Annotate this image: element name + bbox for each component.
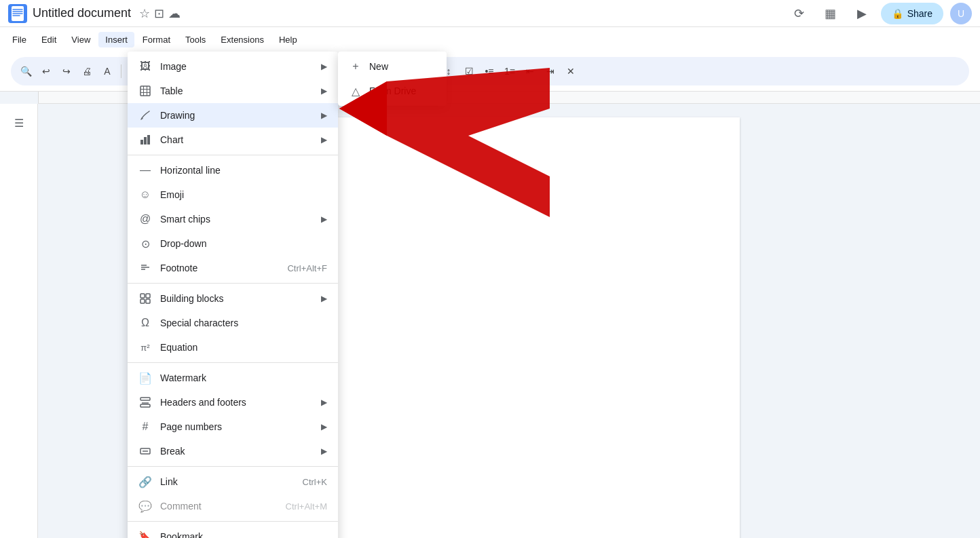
- headersfooters-menu-label: Headers and footers: [160, 397, 246, 408]
- divider-1: [128, 155, 338, 155]
- meet-button[interactable]: ▶: [850, 1, 874, 26]
- undo-btn[interactable]: ↩: [37, 62, 56, 81]
- menu-edit[interactable]: Edit: [35, 32, 63, 47]
- indent-less-btn[interactable]: ⇤: [521, 62, 540, 81]
- menu-insert[interactable]: Insert: [98, 32, 134, 47]
- title-action-icons: ☆ ⊡ ☁: [139, 6, 181, 21]
- folder-icon[interactable]: ⊡: [154, 6, 164, 21]
- emoji-menu-icon: ☺: [138, 188, 152, 201]
- menu-file[interactable]: File: [5, 32, 33, 47]
- comment-menu-icon: 💬: [138, 499, 152, 513]
- menu-view[interactable]: View: [64, 32, 97, 47]
- checklist-btn[interactable]: ☑: [459, 62, 478, 81]
- svg-rect-15: [140, 299, 145, 303]
- headersfooters-arrow-icon: ▶: [321, 398, 327, 407]
- pagenumbers-menu-icon: #: [138, 420, 152, 434]
- menu-tools[interactable]: Tools: [178, 32, 212, 47]
- redo-btn[interactable]: ↪: [57, 62, 76, 81]
- smartchips-menu-icon: @: [138, 212, 152, 226]
- insert-link-item[interactable]: 🔗 Link Ctrl+K: [128, 469, 338, 494]
- footnote-shortcut: Ctrl+Alt+F: [287, 263, 327, 273]
- table-menu-icon: [138, 84, 152, 98]
- drawing-fromdrive-label: From Drive: [369, 85, 416, 96]
- headersfooters-menu-icon: [138, 396, 152, 409]
- emoji-menu-label: Emoji: [160, 189, 184, 200]
- insert-break-item[interactable]: Break ▶: [128, 439, 338, 463]
- equation-menu-label: Equation: [160, 342, 197, 353]
- menu-extensions[interactable]: Extensions: [214, 32, 271, 47]
- print-btn[interactable]: 🖨: [77, 62, 96, 81]
- insert-menu-dropdown: 🖼 Image ▶ Table ▶ Drawing ▶ Chart: [128, 52, 338, 538]
- drawing-menu-icon: [138, 109, 152, 122]
- drawing-new-icon: +: [349, 60, 362, 73]
- watermark-menu-label: Watermark: [160, 372, 206, 383]
- insert-table-item[interactable]: Table ▶: [128, 79, 338, 103]
- link-shortcut: Ctrl+K: [303, 477, 327, 487]
- svg-rect-13: [140, 294, 145, 298]
- chart-arrow-icon: ▶: [321, 135, 327, 145]
- smartchips-arrow-icon: ▶: [321, 214, 327, 224]
- svg-rect-16: [146, 299, 150, 303]
- image-arrow-icon: ▶: [321, 62, 327, 71]
- table-menu-label: Table: [160, 85, 183, 96]
- menu-help[interactable]: Help: [272, 32, 304, 47]
- insert-bookmark-item[interactable]: 🔖 Bookmark: [128, 524, 338, 538]
- image-menu-label: Image: [160, 61, 187, 72]
- chat-button[interactable]: ▦: [818, 1, 843, 26]
- share-label: Share: [907, 8, 932, 19]
- hline-menu-icon: —: [138, 164, 152, 177]
- document-page: [278, 117, 740, 538]
- share-button[interactable]: 🔒 Share: [881, 3, 943, 24]
- specialchars-menu-label: Special characters: [160, 318, 238, 328]
- menu-format[interactable]: Format: [136, 32, 177, 47]
- insert-equation-item[interactable]: π² Equation: [128, 335, 338, 360]
- cloud-icon[interactable]: ☁: [168, 6, 181, 21]
- drawing-fromdrive-item[interactable]: △ From Drive: [338, 79, 447, 103]
- insert-emoji-item[interactable]: ☺ Emoji: [128, 182, 338, 207]
- outline-icon[interactable]: ☰: [8, 112, 30, 134]
- indent-more-btn[interactable]: ⇥: [541, 62, 560, 81]
- insert-footnote-item[interactable]: Footnote Ctrl+Alt+F: [128, 256, 338, 280]
- divider-3: [128, 362, 338, 363]
- dropdown-menu-icon: ⊙: [138, 237, 152, 250]
- insert-smartchips-item[interactable]: @ Smart chips ▶: [128, 207, 338, 231]
- star-icon[interactable]: ☆: [139, 6, 150, 21]
- svg-rect-7: [140, 140, 143, 145]
- search-toolbar-btn[interactable]: 🔍: [16, 62, 35, 81]
- sidebar: ☰: [0, 104, 38, 538]
- bullet-list-btn[interactable]: •≡: [480, 62, 499, 81]
- drawing-menu-label: Drawing: [160, 110, 195, 121]
- lock-icon: 🔒: [892, 8, 903, 19]
- insert-comment-item[interactable]: 💬 Comment Ctrl+Alt+M: [128, 494, 338, 518]
- user-avatar[interactable]: U: [950, 3, 972, 24]
- insert-headersfooters-item[interactable]: Headers and footers ▶: [128, 390, 338, 415]
- insert-image-item[interactable]: 🖼 Image ▶: [128, 54, 338, 79]
- insert-dropdown-item[interactable]: ⊙ Drop-down: [128, 231, 338, 256]
- break-menu-label: Break: [160, 446, 185, 457]
- divider-2: [128, 283, 338, 284]
- drawing-new-item[interactable]: + New: [338, 54, 447, 79]
- chart-menu-icon: [138, 133, 152, 147]
- insert-buildingblocks-item[interactable]: Building blocks ▶: [128, 286, 338, 311]
- insert-drawing-item[interactable]: Drawing ▶: [128, 103, 338, 128]
- doc-app-icon: [8, 4, 27, 23]
- link-menu-label: Link: [160, 476, 178, 487]
- svg-rect-2: [140, 86, 150, 96]
- svg-rect-8: [144, 137, 147, 145]
- insert-chart-item[interactable]: Chart ▶: [128, 128, 338, 152]
- specialchars-menu-icon: Ω: [138, 316, 152, 330]
- svg-rect-17: [140, 398, 150, 400]
- comment-shortcut: Ctrl+Alt+M: [286, 501, 327, 512]
- insert-watermark-item[interactable]: 📄 Watermark: [128, 366, 338, 390]
- footnote-menu-icon: [138, 261, 152, 275]
- insert-specialchars-item[interactable]: Ω Special characters: [128, 311, 338, 335]
- spell-check-btn[interactable]: A: [98, 62, 117, 81]
- insert-hline-item[interactable]: — Horizontal line: [128, 158, 338, 182]
- insert-pagenumbers-item[interactable]: # Page numbers ▶: [128, 415, 338, 439]
- history-button[interactable]: ⟳: [787, 1, 812, 26]
- numbered-list-btn[interactable]: 1≡: [500, 62, 519, 81]
- document-title[interactable]: Untitled document: [33, 6, 131, 20]
- bookmark-menu-icon: 🔖: [138, 530, 152, 538]
- clear-format-btn[interactable]: ✕: [561, 62, 580, 81]
- link-menu-icon: 🔗: [138, 475, 152, 488]
